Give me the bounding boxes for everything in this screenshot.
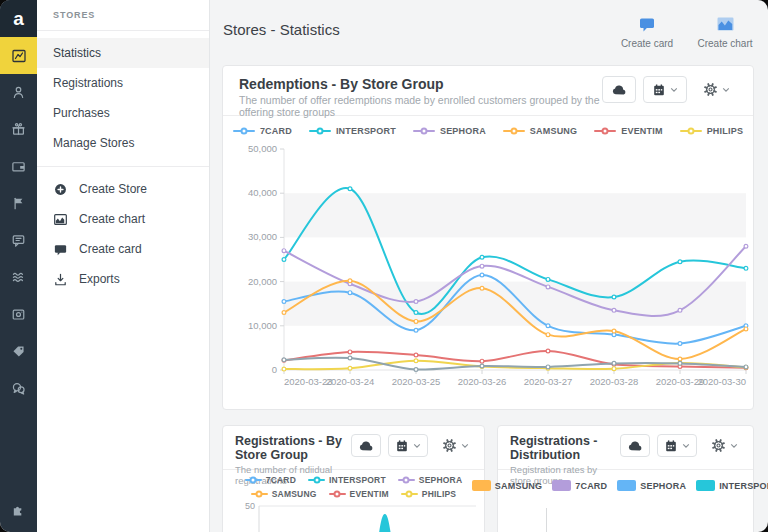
data-point [348,187,352,191]
data-point [480,264,484,268]
legend-item-samsung[interactable]: SAMSUNG [472,480,542,491]
data-point [744,327,748,331]
grid-band [284,193,746,237]
legend-marker-icon [309,130,331,132]
button-label: Create card [621,38,673,49]
cloud-download-icon [611,83,627,96]
sidebar-photo-button[interactable] [0,296,37,333]
card-registrations: Registrations - By Store Group The numbe… [222,425,485,532]
action-label: Create Store [79,182,147,196]
cloud-download-button[interactable] [602,76,636,103]
sidebar-wallet-button[interactable] [0,148,37,185]
tag-icon [11,344,26,359]
main-content: Stores - Statistics Create cardCreate ch… [210,0,768,532]
download-icon [53,272,68,287]
data-point [612,329,616,333]
data-point [282,258,286,262]
settings-icon [703,82,718,97]
cloud-download-icon [358,439,374,452]
data-point [348,291,352,295]
chevron-down-icon [413,443,421,449]
sidebar-tag-button[interactable] [0,333,37,370]
sidebar-flag-button[interactable] [0,185,37,222]
sidebar-item-manage-stores[interactable]: Manage Stores [37,128,209,158]
sidebar-item-registrations[interactable]: Registrations [37,68,209,98]
data-point [414,368,418,372]
sidebar-chat-bubbles-button[interactable] [0,370,37,407]
stats-icon [11,48,27,64]
page-header: Stores - Statistics Create cardCreate ch… [210,0,768,58]
legend-item-intersport[interactable]: INTERSPORT [308,475,386,485]
sidebar-action-create-chart[interactable]: Create chart [37,204,209,234]
settings-icon [711,438,726,453]
sidebar-puzzle-button[interactable] [0,491,37,528]
action-label: Exports [79,272,120,286]
create-card-button[interactable]: Create card [618,15,676,49]
flag-icon [11,196,26,211]
settings-button[interactable] [435,434,476,457]
cloud-download-button[interactable] [620,434,650,457]
sidebar-action-exports[interactable]: Exports [37,264,209,294]
legend-item-intersport[interactable]: INTERSPORT [696,480,768,491]
settings-button[interactable] [704,434,745,457]
legend-item-7card[interactable]: 7CARD [233,126,292,136]
settings-icon [442,438,457,453]
legend-label: SEPHORA [419,475,462,485]
x-tick-label: 2020-03-25 [392,376,441,387]
data-point [480,286,484,290]
sidebar-gift-button[interactable] [0,111,37,148]
calendar-icon [664,439,678,453]
legend-item-7card[interactable]: 7CARD [552,480,607,491]
y-tick-label: 20,000 [248,276,277,287]
gift-icon [11,122,26,137]
data-point [612,367,616,371]
create-chart-button[interactable]: Create chart [696,15,754,49]
legend-item-sephora[interactable]: SEPHORA [617,480,686,491]
legend-label: INTERSPORT [329,475,386,485]
legend-label: EVENTIM [621,126,662,136]
sidebar-action-create-store[interactable]: Create Store [37,174,209,204]
calendar-button[interactable] [388,434,428,457]
x-tick-label: 2020-03-28 [590,376,639,387]
x-tick-label: 2020-03-26 [458,376,507,387]
legend-item-sephora[interactable]: SEPHORA [413,126,486,136]
sidebar-item-purchases[interactable]: Purchases [37,98,209,128]
sidebar-stats-button[interactable] [0,37,37,74]
data-point [480,273,484,277]
legend-marker-icon [245,479,262,481]
y-tick-label: 30,000 [248,231,277,242]
y-tick-label: 10,000 [248,320,277,331]
sidebar-comment-button[interactable] [0,222,37,259]
legend-item-philips[interactable]: PHILIPS [680,126,743,136]
sidebar-action-create-card[interactable]: Create card [37,234,209,264]
calendar-button[interactable] [643,76,687,103]
data-point [678,308,682,312]
legend-item-eventim[interactable]: EVENTIM [594,126,662,136]
calendar-icon [395,439,409,453]
y-tick-label: 40,000 [248,187,277,198]
y-tick-label: 0 [272,364,277,375]
legend-label: SEPHORA [440,126,486,136]
legend-item-sephora[interactable]: SEPHORA [398,475,462,485]
x-tick-label: 2020-03-30 [697,376,746,387]
sidebar-user-button[interactable] [0,74,37,111]
legend-marker-icon [594,130,616,132]
data-point [678,361,682,365]
legend-item-7card[interactable]: 7CARD [245,475,296,485]
data-point [678,260,682,264]
create-chart-icon [716,15,735,33]
calendar-button[interactable] [657,434,697,457]
calendar-icon [652,83,666,97]
data-point [282,249,286,253]
sidebar-waves-button[interactable] [0,259,37,296]
legend-item-intersport[interactable]: INTERSPORT [309,126,396,136]
legend-item-samsung[interactable]: SAMSUNG [503,126,577,136]
card-distribution: Registrations - Distribution Registratio… [497,425,754,532]
settings-button[interactable] [694,76,739,103]
series-line-philips [284,361,746,369]
data-point [414,328,418,332]
sidebar-item-statistics[interactable]: Statistics [37,38,209,68]
legend-marker-icon [503,130,525,132]
app-logo[interactable]: a [0,0,37,37]
cloud-download-button[interactable] [351,434,381,457]
